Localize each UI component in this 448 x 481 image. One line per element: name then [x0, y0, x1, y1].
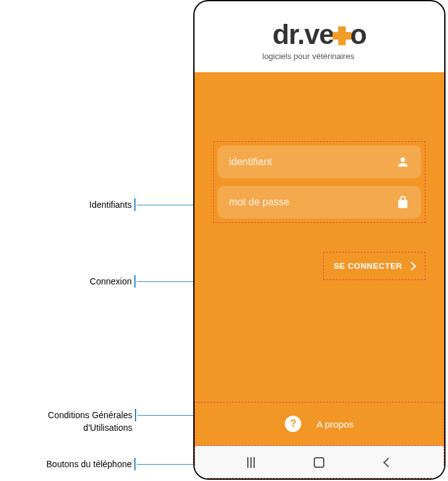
help-icon: ?: [285, 416, 301, 432]
lock-icon: [396, 195, 410, 209]
home-icon: [314, 457, 324, 468]
username-input[interactable]: [229, 156, 396, 168]
plus-icon: [333, 26, 351, 45]
logo-text-prefix: dr.ve: [272, 19, 334, 50]
nav-recent-button[interactable]: [237, 448, 265, 476]
app-logo: dr.ve o: [272, 19, 366, 50]
back-icon: [383, 457, 393, 467]
connect-label: SE CONNECTER: [334, 261, 402, 271]
password-field-wrapper[interactable]: [218, 186, 421, 219]
callout-cgu: Conditions Générales d'Utilisations: [0, 409, 136, 421]
nav-back-button[interactable]: [374, 448, 402, 476]
about-label: A propos: [316, 419, 353, 430]
connect-row: SE CONNECTER: [213, 252, 425, 280]
callout-line: [137, 464, 200, 465]
logo-header: dr.ve o logiciels pour vétérinaires: [195, 1, 444, 72]
callout-connexion: Connexion: [38, 275, 136, 288]
logo-text-suffix: o: [350, 19, 366, 50]
phone-frame: dr.ve o logiciels pour vétérinaires: [193, 0, 445, 480]
callout-identifiants: Identifiants: [38, 198, 136, 211]
logo-tagline: logiciels pour vétérinaires: [207, 51, 432, 61]
username-field-wrapper[interactable]: [218, 146, 421, 178]
connect-button[interactable]: SE CONNECTER: [323, 252, 425, 280]
about-row[interactable]: ? A propos: [195, 402, 444, 446]
nav-home-button[interactable]: [306, 448, 333, 476]
chevron-right-icon: [407, 261, 416, 270]
recent-apps-icon: [247, 457, 255, 468]
user-icon: [396, 155, 410, 169]
phone-nav-bar: [195, 446, 444, 478]
login-panel: SE CONNECTER ? A propos: [195, 72, 444, 446]
callout-phone-buttons: Boutons du téléphone: [38, 458, 136, 470]
credentials-group: [213, 141, 425, 223]
password-input[interactable]: [229, 197, 396, 208]
